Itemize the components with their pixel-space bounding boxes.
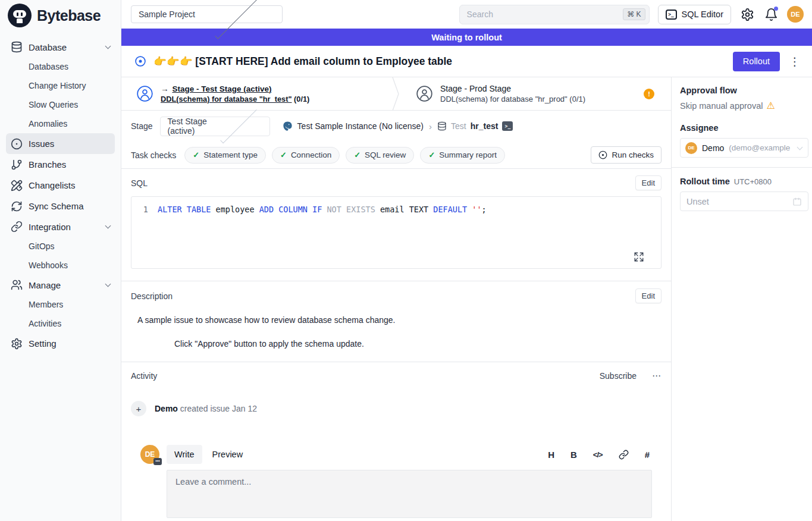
run-checks-button[interactable]: Run checks [591,146,661,164]
sidebar-item-sync-schema[interactable]: Sync Schema [6,196,115,216]
comment-input[interactable] [167,470,652,518]
subscribe-button[interactable]: Subscribe [600,371,637,381]
environment-label: Test [451,121,466,131]
kebab-menu[interactable]: ⋮ [787,55,802,68]
project-select[interactable]: Sample Project [131,5,283,23]
sql-editor: 1ALTER TABLE employee ADD COLUMN IF NOT … [131,196,661,269]
sync-icon [11,200,23,212]
stage-selector-bar: Stage Test Stage (active) Test Sample In… [121,111,671,142]
rollout-timezone: UTC+0800 [734,177,772,186]
bold-icon[interactable]: B [570,450,577,460]
line-number: 1 [131,205,158,214]
check-icon: ✓ [280,150,287,159]
sidebar-item-slow-queries[interactable]: Slow Queries [6,95,115,114]
heading-icon[interactable]: H [548,450,554,460]
issue-sidebar: Approval flow Skip manual approval ⚠ Ass… [671,77,812,521]
chevron-down-icon [105,223,111,229]
speech-bubble-icon: ••• [153,458,162,465]
rollout-time-label: Rollout time [680,177,730,186]
description-section: Description Edit A sample issue to showc… [121,281,671,349]
stage-card-prod[interactable]: Stage - Prod Stage DDL(schema) for datab… [401,77,671,110]
notification-dot [774,7,778,11]
left-sidebar: Bytebase Database Databases Change Histo… [0,0,121,521]
instance-link[interactable]: Test Sample Instance (No license) [297,121,424,131]
link-icon[interactable] [619,450,629,460]
sidebar-item-database[interactable]: Database [6,37,115,57]
plus-icon: + [131,401,146,416]
task-checks-row: Task checks ✓Statement type ✓Connection … [121,142,671,169]
settings-button[interactable] [739,7,755,22]
description-edit-button[interactable]: Edit [635,288,661,303]
more-menu[interactable]: ⋯ [652,371,661,381]
link-icon [11,221,23,233]
top-bar: Sample Project ⌘ K >_ SQL Editor DE [121,0,812,29]
assignee-name: Demo [702,143,724,153]
description-line2: Click "Approve" button to apply the sche… [131,339,661,349]
stage-cards: →Stage - Test Stage (active) DDL(schema)… [121,77,671,111]
sidebar-item-issues[interactable]: Issues [6,133,115,154]
user-avatar[interactable]: DE [787,6,804,23]
expand-icon[interactable] [634,252,644,262]
gear-icon [11,338,23,350]
check-badge-connection[interactable]: ✓Connection [272,147,340,164]
assignee-select[interactable]: DE Demo (demo@example [680,138,808,158]
assignee-email: (demo@example [729,143,793,152]
circle-dot-icon [11,138,23,150]
open-sql-editor-icon[interactable]: >_ [502,121,513,131]
check-badge-sql-review[interactable]: ✓SQL review [346,147,414,164]
issue-open-icon [134,55,146,67]
sidebar-item-webhooks[interactable]: Webhooks [6,256,115,275]
rollout-time-input[interactable]: Unset [680,192,808,211]
chevron-down-icon [220,107,257,144]
tab-preview[interactable]: Preview [205,445,251,464]
issue-header: 👉👉👉 [START HERE] Add email column to Emp… [121,46,812,77]
stage-select[interactable]: Test Stage (active) [160,117,270,136]
sidebar-item-integration[interactable]: Integration [6,216,115,237]
tab-write[interactable]: Write [167,445,202,464]
sql-editor-button[interactable]: >_ SQL Editor [658,5,731,24]
sidebar-item-branches[interactable]: Branches [6,154,115,175]
bytebase-logo-icon [8,4,32,27]
sidebar-item-members[interactable]: Members [6,295,115,314]
sidebar-item-gitops[interactable]: GitOps [6,237,115,256]
sql-edit-button[interactable]: Edit [635,175,661,190]
sidebar-item-changelists[interactable]: Changelists [6,175,115,196]
check-badge-summary-report[interactable]: ✓Summary report [420,147,505,164]
git-branch-icon [11,159,23,171]
bytebase-logo[interactable]: Bytebase [0,0,121,31]
sidebar-item-activities[interactable]: Activities [6,314,115,333]
activity-text: created issue Jan 12 [178,404,257,413]
assignee-avatar: DE [685,142,697,154]
stage-card-test[interactable]: →Stage - Test Stage (active) DDL(schema)… [121,77,391,110]
check-icon: ✓ [354,150,360,159]
sidebar-item-anomalies[interactable]: Anomalies [6,114,115,133]
brand-name: Bytebase [37,7,101,24]
pencil-ruler-icon [11,180,23,192]
warning-badge: ! [644,89,654,99]
hash-icon[interactable]: # [645,450,650,460]
sidebar-item-databases[interactable]: Databases [6,57,115,76]
sidebar-nav: Database Databases Change History Slow Q… [0,31,121,354]
search-shortcut: ⌘ K [623,8,645,20]
activity-item: + Demo created issue Jan 12 [131,401,661,416]
sql-section: SQL Edit 1ALTER TABLE employee ADD COLUM… [121,169,671,269]
approval-flow-label: Approval flow [680,86,812,95]
sidebar-item-change-history[interactable]: Change History [6,76,115,95]
assignee-label: Assignee [680,123,812,133]
database-link[interactable]: hr_test [471,121,499,131]
description-line1: A sample issue to showcase how to review… [131,315,661,325]
warning-icon: ⚠ [766,100,775,111]
search-input[interactable] [467,10,623,19]
approval-flow-value: Skip manual approval [680,101,763,111]
sidebar-item-manage[interactable]: Manage [6,275,115,295]
rollout-button[interactable]: Rollout [733,52,780,71]
notifications-button[interactable] [763,7,779,22]
main-content: →Stage - Test Stage (active) DDL(schema)… [121,77,671,521]
description-label: Description [131,291,173,301]
terminal-icon: >_ [666,10,677,20]
chevron-down-icon [105,281,111,287]
sidebar-item-setting[interactable]: Setting [6,333,115,354]
check-badge-statement-type[interactable]: ✓Statement type [184,147,266,164]
database-icon [437,121,447,131]
code-icon[interactable]: </> [593,450,603,459]
